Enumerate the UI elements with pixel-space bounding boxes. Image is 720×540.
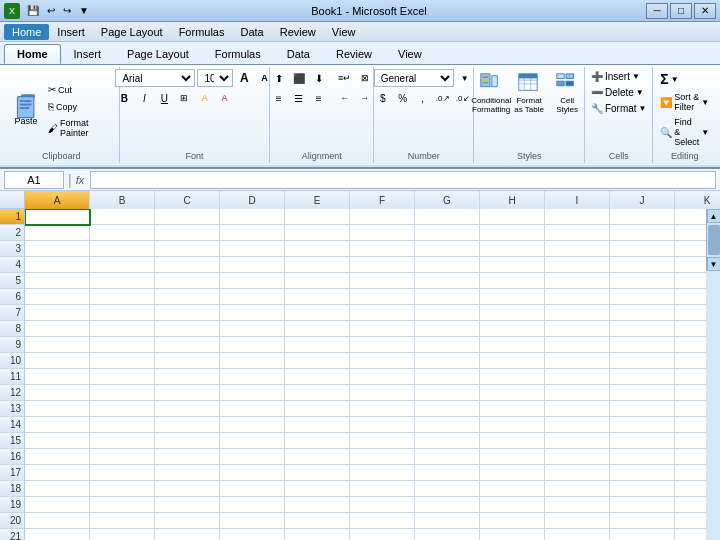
menu-data[interactable]: Data <box>232 24 271 40</box>
cell-d9[interactable] <box>220 337 285 353</box>
cell-f15[interactable] <box>350 433 415 449</box>
currency-button[interactable]: $ <box>374 89 392 107</box>
cell-j2[interactable] <box>610 225 675 241</box>
cell-j19[interactable] <box>610 497 675 513</box>
cell-f13[interactable] <box>350 401 415 417</box>
col-header-h[interactable]: H <box>480 191 545 209</box>
cell-b21[interactable] <box>90 529 155 540</box>
row-header-13[interactable]: 13 <box>0 401 24 417</box>
format-painter-button[interactable]: 🖌Format Painter <box>44 116 113 140</box>
cell-i20[interactable] <box>545 513 610 529</box>
cell-c21[interactable] <box>155 529 220 540</box>
decrease-indent-button[interactable]: ← <box>336 89 354 107</box>
row-header-15[interactable]: 15 <box>0 433 24 449</box>
cell-i8[interactable] <box>545 321 610 337</box>
percent-button[interactable]: % <box>394 89 412 107</box>
cell-g15[interactable] <box>415 433 480 449</box>
cell-b14[interactable] <box>90 417 155 433</box>
col-header-g[interactable]: G <box>415 191 480 209</box>
tab-page-layout[interactable]: Page Layout <box>114 44 202 63</box>
cell-e4[interactable] <box>285 257 350 273</box>
cell-e11[interactable] <box>285 369 350 385</box>
cell-j15[interactable] <box>610 433 675 449</box>
cell-c10[interactable] <box>155 353 220 369</box>
maximize-button[interactable]: □ <box>670 3 692 19</box>
cell-i10[interactable] <box>545 353 610 369</box>
customize-quick-btn[interactable]: ▼ <box>76 4 92 17</box>
row-header-16[interactable]: 16 <box>0 449 24 465</box>
cell-b5[interactable] <box>90 273 155 289</box>
cell-f7[interactable] <box>350 305 415 321</box>
align-right-button[interactable]: ≡ <box>310 89 328 107</box>
cell-a11[interactable] <box>25 369 90 385</box>
cell-h18[interactable] <box>480 481 545 497</box>
bold-button[interactable]: B <box>115 89 133 107</box>
cell-c2[interactable] <box>155 225 220 241</box>
cell-g8[interactable] <box>415 321 480 337</box>
cell-k4[interactable] <box>675 257 706 273</box>
align-center-button[interactable]: ☰ <box>290 89 308 107</box>
paste-button[interactable]: Paste <box>10 89 42 130</box>
cell-g1[interactable] <box>415 209 480 225</box>
cell-g17[interactable] <box>415 465 480 481</box>
name-box[interactable] <box>4 171 64 189</box>
conditional-formatting-button[interactable]: ConditionalFormatting <box>473 69 509 118</box>
cell-j9[interactable] <box>610 337 675 353</box>
cell-i14[interactable] <box>545 417 610 433</box>
cell-i4[interactable] <box>545 257 610 273</box>
cell-c14[interactable] <box>155 417 220 433</box>
cell-b3[interactable] <box>90 241 155 257</box>
number-format-select[interactable]: General <box>374 69 454 87</box>
cell-k19[interactable] <box>675 497 706 513</box>
cell-e8[interactable] <box>285 321 350 337</box>
cell-h8[interactable] <box>480 321 545 337</box>
cell-styles-button[interactable]: CellStyles <box>549 69 585 118</box>
cell-f6[interactable] <box>350 289 415 305</box>
cell-d7[interactable] <box>220 305 285 321</box>
decrease-decimal-button[interactable]: .0↙ <box>454 89 472 107</box>
cell-j20[interactable] <box>610 513 675 529</box>
row-header-14[interactable]: 14 <box>0 417 24 433</box>
cell-h14[interactable] <box>480 417 545 433</box>
cell-k15[interactable] <box>675 433 706 449</box>
cell-h13[interactable] <box>480 401 545 417</box>
underline-button[interactable]: U <box>155 89 173 107</box>
cell-k7[interactable] <box>675 305 706 321</box>
cell-k21[interactable] <box>675 529 706 540</box>
cell-d1[interactable] <box>220 209 285 225</box>
cell-e12[interactable] <box>285 385 350 401</box>
cell-i2[interactable] <box>545 225 610 241</box>
cell-b12[interactable] <box>90 385 155 401</box>
cell-j4[interactable] <box>610 257 675 273</box>
cell-k13[interactable] <box>675 401 706 417</box>
cell-b2[interactable] <box>90 225 155 241</box>
cell-h11[interactable] <box>480 369 545 385</box>
col-header-j[interactable]: J <box>610 191 675 209</box>
cell-e1[interactable] <box>285 209 350 225</box>
cell-f11[interactable] <box>350 369 415 385</box>
delete-cells-button[interactable]: ➖ Delete ▼ <box>587 85 651 100</box>
cell-g20[interactable] <box>415 513 480 529</box>
italic-button[interactable]: I <box>135 89 153 107</box>
cell-k8[interactable] <box>675 321 706 337</box>
cell-g5[interactable] <box>415 273 480 289</box>
cell-j14[interactable] <box>610 417 675 433</box>
font-size-select[interactable]: 10 <box>197 69 233 87</box>
cell-b11[interactable] <box>90 369 155 385</box>
cell-d13[interactable] <box>220 401 285 417</box>
cell-f10[interactable] <box>350 353 415 369</box>
cell-i12[interactable] <box>545 385 610 401</box>
cell-j3[interactable] <box>610 241 675 257</box>
cell-e20[interactable] <box>285 513 350 529</box>
row-header-11[interactable]: 11 <box>0 369 24 385</box>
cell-e13[interactable] <box>285 401 350 417</box>
cell-j11[interactable] <box>610 369 675 385</box>
formula-input[interactable] <box>90 171 716 189</box>
cell-a2[interactable] <box>25 225 90 241</box>
row-header-9[interactable]: 9 <box>0 337 24 353</box>
find-select-button[interactable]: 🔍 Find &Select ▼ <box>656 115 713 149</box>
cell-a9[interactable] <box>25 337 90 353</box>
cell-a16[interactable] <box>25 449 90 465</box>
cell-c18[interactable] <box>155 481 220 497</box>
cell-g13[interactable] <box>415 401 480 417</box>
